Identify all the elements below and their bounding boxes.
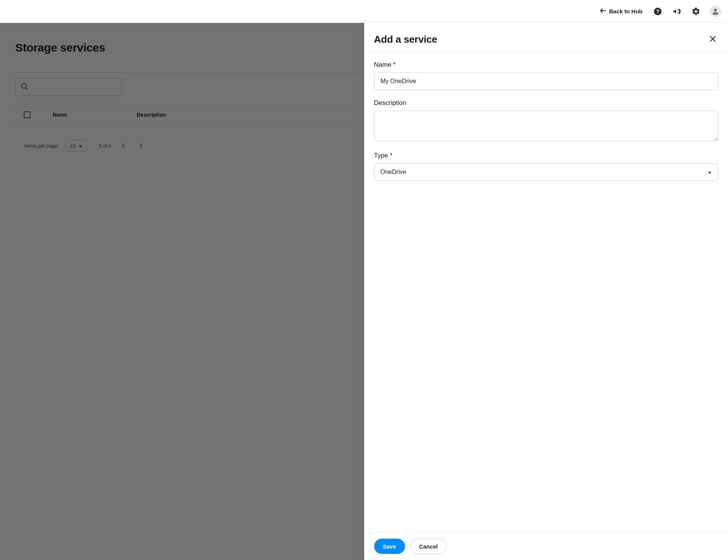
arrow-left-icon <box>599 7 607 16</box>
add-service-drawer: Add a service Name * Description Type * … <box>364 23 728 560</box>
drawer-title: Add a service <box>374 34 437 45</box>
svg-point-3 <box>714 8 717 11</box>
type-select-value: OneDrive <box>381 169 407 175</box>
type-select[interactable]: OneDrive <box>374 163 718 181</box>
save-button[interactable]: Save <box>374 539 405 554</box>
description-field-label: Description <box>374 99 718 107</box>
svg-text:?: ? <box>656 8 660 14</box>
help-icon[interactable]: ? <box>652 6 663 17</box>
user-avatar[interactable] <box>710 6 721 17</box>
close-drawer-button[interactable] <box>707 34 718 45</box>
announcements-icon[interactable] <box>672 6 682 17</box>
cancel-button[interactable]: Cancel <box>410 539 447 554</box>
caret-down-icon <box>708 169 712 175</box>
name-input[interactable] <box>374 72 718 90</box>
close-icon <box>709 35 717 45</box>
top-bar: Back to Hub ? <box>0 0 728 23</box>
back-to-hub-label: Back to Hub <box>609 8 642 14</box>
name-field-label: Name * <box>374 61 718 69</box>
description-textarea[interactable] <box>374 111 718 141</box>
type-field-label: Type * <box>374 152 718 159</box>
settings-icon[interactable] <box>691 6 701 17</box>
back-to-hub-link[interactable]: Back to Hub <box>599 7 642 16</box>
